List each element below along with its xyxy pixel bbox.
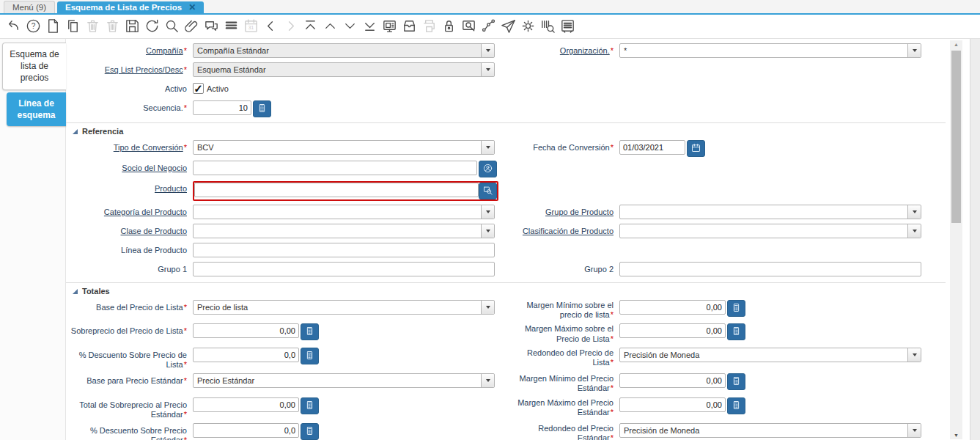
std-price-rounding-select[interactable]: Precisión de Moneda (619, 423, 921, 438)
group-1-input[interactable] (193, 262, 495, 276)
product-line-input[interactable] (193, 243, 495, 257)
section-header[interactable]: Totales (66, 285, 946, 300)
workflow-button[interactable] (479, 18, 497, 35)
collapsed-east-panel[interactable] (970, 39, 980, 440)
std-price-min-margin-calculator-button[interactable] (727, 373, 745, 390)
product-category-select[interactable] (193, 205, 495, 219)
close-tab-icon[interactable]: ✕ (188, 4, 196, 11)
help-button[interactable]: ? (24, 18, 42, 35)
std-price-min-margin-input[interactable] (619, 373, 726, 388)
form-row: Línea de Producto (66, 243, 946, 258)
product-input[interactable] (194, 183, 479, 197)
std-price-base-select[interactable]: Precio Estándar (193, 373, 495, 388)
list-price-max-margin-calculator-button[interactable] (727, 323, 745, 340)
save-button[interactable] (123, 18, 141, 35)
grid-toggle-button[interactable] (222, 18, 240, 35)
sequence-calculator-button[interactable] (253, 100, 271, 117)
next-record-button[interactable] (341, 18, 358, 35)
conversion-type-select[interactable]: BCV (193, 140, 495, 155)
chevron-down-icon[interactable] (907, 205, 921, 219)
form-row: Total de Sobreprecio al Precio Estándar*… (66, 397, 946, 419)
conversion-date-calendar-button[interactable] (687, 140, 705, 157)
list-price-surcharge-calculator-button[interactable] (301, 323, 319, 340)
chevron-down-icon[interactable] (481, 205, 494, 219)
chevron-down-icon[interactable] (481, 224, 494, 238)
scroll-up-icon[interactable]: ▲ (950, 42, 962, 47)
price-list-schema-select[interactable]: Esquema Estándar (193, 62, 495, 77)
list-price-surcharge-input[interactable] (193, 323, 299, 338)
preferences-button[interactable] (519, 18, 537, 35)
list-price-min-margin-calculator-button[interactable] (727, 300, 745, 317)
sidebar-tab-price-list-schema[interactable]: Esquema de lista de precios (2, 43, 66, 90)
attachment-button[interactable] (183, 18, 200, 35)
parent-record-button[interactable] (262, 18, 279, 35)
label-text[interactable]: Grupo de Producto (545, 208, 614, 216)
chevron-down-icon[interactable] (907, 44, 921, 57)
tab-menu[interactable]: Menú (9) (4, 1, 55, 13)
tab-price-list-schema[interactable]: Esquema de Lista de Precios ✕ (57, 1, 204, 13)
std-price-discount-calculator-button[interactable] (301, 423, 319, 440)
list-price-base-select[interactable]: Precio de lista (193, 300, 495, 315)
refresh-button[interactable] (143, 18, 161, 35)
list-price-discount-input[interactable] (193, 348, 299, 362)
first-record-button[interactable] (301, 18, 319, 35)
chevron-down-icon[interactable] (481, 44, 494, 57)
label-text[interactable]: Organización. (560, 46, 610, 55)
section-header[interactable]: Referencia (66, 125, 946, 140)
zoom-across-button[interactable] (460, 18, 477, 35)
archive-button[interactable] (400, 18, 418, 35)
label-text[interactable]: Clasificación de Producto (523, 227, 614, 235)
chevron-down-icon[interactable] (481, 374, 494, 387)
report-button[interactable] (380, 18, 398, 35)
product-classification-select[interactable] (619, 224, 921, 238)
chevron-down-icon[interactable] (907, 224, 921, 238)
label-text[interactable]: Esq List Precios/Desc (105, 65, 183, 74)
label-text[interactable]: Socio del Negocio (122, 164, 187, 172)
list-price-rounding-select[interactable]: Precisión de Moneda (619, 348, 921, 362)
organization-select[interactable]: * (619, 43, 921, 58)
chat-button[interactable] (202, 18, 220, 35)
scrollbar-thumb[interactable] (951, 51, 961, 223)
chevron-down-icon[interactable] (907, 348, 921, 362)
vertical-scrollbar[interactable]: ▲ ▼ (950, 40, 962, 439)
find-button[interactable] (163, 18, 180, 35)
product-info-button[interactable] (539, 18, 556, 35)
business-partner-input[interactable] (193, 161, 477, 175)
label-text[interactable]: Clase de Producto (121, 227, 188, 235)
sequence-input[interactable] (193, 100, 251, 115)
chevron-down-icon[interactable] (481, 63, 494, 76)
lock-button[interactable] (440, 18, 457, 35)
previous-record-button[interactable] (321, 18, 339, 35)
chevron-down-icon[interactable] (481, 141, 494, 154)
chevron-down-icon[interactable] (907, 424, 921, 437)
label-text[interactable]: Compañía (146, 46, 183, 55)
std-price-max-margin-input[interactable] (619, 397, 726, 412)
group-2-input[interactable] (619, 262, 921, 276)
label-text[interactable]: Categoría del Producto (104, 208, 187, 216)
label-text[interactable]: Producto (155, 184, 187, 193)
undo-button[interactable] (4, 18, 22, 35)
product-lookup-button[interactable] (479, 183, 497, 199)
requests-button[interactable] (499, 18, 517, 35)
std-price-surcharge-input[interactable] (193, 397, 299, 412)
std-price-surcharge-calculator-button[interactable] (301, 397, 319, 414)
conversion-date-input[interactable] (619, 140, 685, 155)
business-partner-lookup-button[interactable] (479, 161, 497, 177)
product-class-select[interactable] (193, 224, 495, 238)
copy-record-button[interactable] (64, 18, 81, 35)
last-record-button[interactable] (361, 18, 378, 35)
company-select[interactable]: Compañía Estándar (193, 43, 495, 58)
list-price-min-margin-input[interactable] (619, 300, 726, 315)
active-checkbox[interactable]: ✓ (193, 83, 204, 94)
label-text[interactable]: Tipo de Conversión (114, 143, 183, 152)
list-price-max-margin-input[interactable] (619, 323, 726, 338)
std-price-discount-input[interactable] (193, 423, 299, 438)
chevron-down-icon[interactable] (481, 301, 494, 314)
sidebar-tab-schema-line[interactable]: Línea de esquema (7, 92, 66, 126)
list-price-discount-calculator-button[interactable] (301, 348, 319, 364)
scroll-down-icon[interactable]: ▼ (950, 433, 962, 438)
window-report-button[interactable] (559, 18, 576, 35)
product-group-select[interactable] (619, 205, 921, 219)
std-price-max-margin-calculator-button[interactable] (727, 397, 745, 414)
new-record-button[interactable] (44, 18, 62, 35)
